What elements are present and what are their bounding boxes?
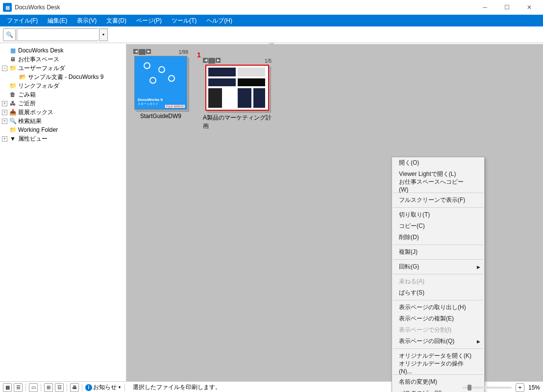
document-item-1[interactable]: ◀ ▶ 1/98 DocuWorks 9 スタートガイド FUJ: [133, 49, 188, 120]
document-label: A製品のマーケティング計画: [203, 114, 272, 130]
titlebar: ▦ DocuWorks Desk ─ ☐ ✕: [0, 0, 543, 15]
next-page-icon[interactable]: ▶: [216, 58, 221, 63]
app-icon-small: ▦: [9, 47, 17, 54]
ctx-extract-page[interactable]: 表示ページの取り出し(H): [392, 302, 484, 313]
ctx-duplicate-page[interactable]: 表示ページの複製(E): [392, 313, 484, 324]
menu-file[interactable]: ファイル(F): [2, 15, 43, 26]
close-button[interactable]: ✕: [518, 0, 540, 15]
notice-button[interactable]: i お知らせ ▼: [85, 383, 122, 392]
ctx-unbundle[interactable]: ばらす(S): [392, 287, 484, 298]
search-icon: 🔍: [6, 31, 13, 38]
view-thumbnails-button[interactable]: ▦: [3, 383, 12, 392]
view-icon-button[interactable]: ⊞: [44, 383, 53, 392]
separator: [393, 274, 483, 274]
prev-page-icon[interactable]: ◀: [133, 49, 138, 54]
collapse-icon[interactable]: −: [2, 66, 7, 71]
menu-tool[interactable]: ツール(T): [167, 15, 201, 26]
chevron-right-icon: ▶: [477, 265, 480, 270]
tree-linkfolder[interactable]: 📁 リンクフォルダ: [0, 81, 126, 90]
ctx-delete[interactable]: 削除(D): [392, 232, 484, 243]
page-indicator: 1/5: [265, 58, 272, 64]
tree-workspace[interactable]: 🖥 お仕事スペース: [0, 55, 126, 64]
folder-icon: 📁: [9, 126, 17, 133]
ctx-rotate-page[interactable]: 表示ページの回転(Q)▶: [392, 336, 484, 347]
ctx-copy-workspace[interactable]: お仕事スペースへコピー(W): [392, 180, 484, 191]
lock-icon: [208, 58, 215, 64]
print-button[interactable]: 🖶: [70, 383, 79, 392]
app-icon: ▦: [3, 3, 12, 12]
menu-view[interactable]: 表示(V): [72, 15, 101, 26]
search-input[interactable]: [17, 28, 98, 41]
minimize-button[interactable]: ─: [474, 0, 496, 15]
folder-tree: ▦ DocuWorks Desk 🖥 お仕事スペース − 📁 ユーザーフォルダ …: [0, 44, 126, 381]
menu-help[interactable]: ヘルプ(H): [201, 15, 237, 26]
separator: [393, 348, 483, 349]
expand-icon[interactable]: +: [2, 136, 7, 142]
view-tree-button[interactable]: ☲: [55, 383, 64, 392]
separator: [393, 300, 483, 300]
tree-userfolder[interactable]: − 📁 ユーザーフォルダ: [0, 64, 126, 73]
view-details-button[interactable]: ▭: [29, 383, 38, 392]
ctx-cut[interactable]: 切り取り(T): [392, 209, 484, 220]
menubar: ファイル(F) 編集(E) 表示(V) 文書(D) ページ(P) ツール(T) …: [0, 15, 543, 26]
zoom-in-button[interactable]: +: [516, 383, 524, 392]
tree-attrview[interactable]: + ▼ 属性ビュー: [0, 134, 126, 143]
expand-icon[interactable]: +: [2, 119, 7, 124]
search-button[interactable]: 🔍: [3, 28, 16, 41]
mailbox-icon: 📥: [9, 109, 17, 116]
network-icon: 🖧: [9, 100, 17, 107]
ctx-copy[interactable]: コピー(C): [392, 220, 484, 232]
tree-trash[interactable]: 🗑 ごみ箱: [0, 90, 126, 99]
filter-icon: ▼: [9, 135, 17, 142]
tree-searchres-label: 検索結果: [18, 117, 42, 125]
thumbnail[interactable]: DocuWorks 9 スタートガイド FUJI XEROX: [134, 56, 187, 110]
toolbar: 🔍 ▾: [0, 26, 543, 43]
tree-neighbor[interactable]: + 🖧 ご近所: [0, 99, 126, 108]
tree-mailbox-label: 親展ボックス: [18, 108, 53, 117]
tree-neighbor-label: ご近所: [18, 99, 36, 108]
chevron-down-icon: ▼: [118, 385, 122, 390]
maximize-button[interactable]: ☐: [496, 0, 518, 15]
zoom-value: 15%: [528, 384, 540, 391]
trash-icon: 🗑: [9, 91, 17, 98]
menu-page[interactable]: ページ(P): [131, 15, 167, 26]
menu-edit[interactable]: 編集(E): [43, 15, 72, 26]
expand-icon[interactable]: +: [2, 101, 7, 106]
ctx-bundle: 束ねる(A): [392, 276, 484, 287]
folder-icon: 📂: [19, 74, 26, 80]
view-list-button[interactable]: ☰: [14, 383, 23, 392]
next-page-icon[interactable]: ▶: [146, 49, 151, 54]
tree-root-label: DocuWorks Desk: [18, 47, 63, 54]
ctx-split-page: 表示ページで分割(I): [392, 324, 484, 336]
tree-linkfolder-label: リンクフォルダ: [18, 82, 59, 90]
ctx-operate-original[interactable]: オリジナルデータの操作(N)...: [392, 362, 484, 373]
prev-page-icon[interactable]: ◀: [203, 58, 208, 63]
tree-sample[interactable]: 📂 サンプル文書 - DocuWorks 9: [0, 73, 126, 81]
search-icon: 🔍: [9, 118, 17, 124]
tree-userfolder-label: ユーザーフォルダ: [18, 64, 65, 73]
thumbnail-selected[interactable]: [205, 65, 269, 111]
document-label: StartGuideDW9: [140, 113, 181, 120]
tree-working[interactable]: 📁 Working Folder: [0, 125, 126, 134]
tree-mailbox[interactable]: + 📥 親展ボックス: [0, 108, 126, 117]
main-area: ▦ DocuWorks Desk 🖥 お仕事スペース − 📁 ユーザーフォルダ …: [0, 44, 543, 381]
tree-searchres[interactable]: + 🔍 検索結果: [0, 117, 126, 125]
folder-icon: 📁: [9, 82, 17, 89]
tree-attrview-label: 属性ビュー: [18, 135, 48, 143]
menu-document[interactable]: 文書(D): [101, 15, 131, 26]
ctx-rotate[interactable]: 回転(G)▶: [392, 261, 484, 272]
content-area: ◀ ▶ 1/98 DocuWorks 9 スタートガイド FUJ: [126, 44, 543, 381]
separator: [393, 245, 483, 245]
tree-working-label: Working Folder: [18, 126, 58, 133]
ctx-open[interactable]: 開く(O): [392, 157, 484, 169]
tree-root[interactable]: ▦ DocuWorks Desk: [0, 46, 126, 55]
notice-label: お知らせ: [93, 383, 117, 392]
ctx-fullscreen[interactable]: フルスクリーンで表示(F): [392, 195, 484, 206]
separator: [393, 207, 483, 208]
zoom-slider[interactable]: [463, 387, 512, 389]
document-item-2[interactable]: 1 ◀ ▶ 1/5: [203, 58, 272, 130]
expand-icon[interactable]: +: [2, 110, 7, 115]
tree-trash-label: ごみ箱: [18, 91, 36, 99]
search-dropdown[interactable]: ▾: [99, 28, 108, 41]
ctx-duplicate[interactable]: 複製(J): [392, 246, 484, 258]
